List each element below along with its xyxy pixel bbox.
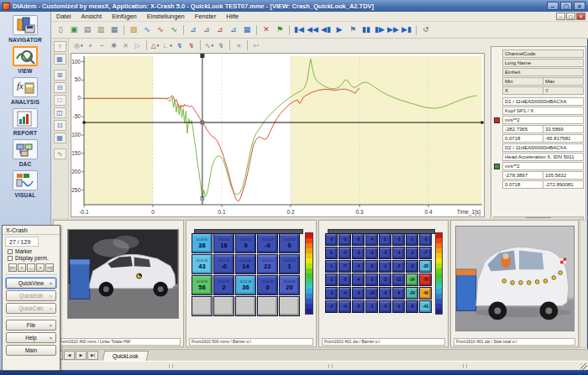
mdi-close-button[interactable]: ✕ xyxy=(576,13,585,20)
zoom-config-icon[interactable]: ✱ xyxy=(109,40,119,50)
fast-forward-icon[interactable]: ▶▶ xyxy=(387,24,399,36)
cursor-crosshair-icon[interactable]: ⊿ xyxy=(201,24,213,36)
matrix-cell: -28 xyxy=(419,260,432,273)
zoom-out-icon[interactable]: − xyxy=(97,40,108,50)
curve-axes-2y-icon[interactable]: ∿ xyxy=(168,24,180,36)
layout-2x2-icon[interactable]: ⊞ xyxy=(54,70,66,81)
new-file-icon[interactable]: ▯ xyxy=(55,24,66,36)
layout-single-icon[interactable]: □ xyxy=(54,95,66,106)
layout-grid-icon[interactable]: ▦ xyxy=(54,133,66,143)
main-button[interactable]: Main xyxy=(6,345,56,356)
cursor-free-icon[interactable]: ⊿ xyxy=(187,24,199,36)
maximize-button[interactable]: ▢ xyxy=(560,2,572,10)
reset-time-icon[interactable]: ↺ xyxy=(420,24,432,36)
flag-set-icon[interactable]: ⚑ xyxy=(274,24,286,36)
layout-mixed-icon[interactable]: ⊡ xyxy=(54,120,66,131)
record-goto-button[interactable]: ... xyxy=(27,263,35,272)
mdi-restore-button[interactable]: ▢ xyxy=(566,13,575,20)
resize-grip[interactable] xyxy=(580,363,587,370)
analysis-mode-icon[interactable]: ∿▾ xyxy=(204,40,214,50)
step-forward-icon[interactable]: ▮▶ xyxy=(374,24,386,36)
record-prev-button[interactable]: < xyxy=(18,263,26,272)
flash-update-y-icon[interactable]: ↯ xyxy=(186,40,197,50)
sidebar-item-report[interactable]: REPORT xyxy=(0,108,50,136)
undo-zoom-icon[interactable]: ↩ xyxy=(251,40,261,50)
caption-field[interactable]: Front1610 401 dw / Barrier o.l xyxy=(322,338,445,346)
close-button[interactable]: ✕ xyxy=(574,2,585,10)
display-perm-checkbox[interactable] xyxy=(8,256,13,261)
quickview-button[interactable]: QuickView> xyxy=(6,278,56,289)
layout-cols-icon[interactable]: ◫ xyxy=(54,107,66,118)
zoom-in-icon[interactable]: + xyxy=(86,40,96,50)
sheet-tab-bar: |◀◀▶▶| QuickLook xyxy=(51,349,588,361)
minimize-button[interactable]: ‒ xyxy=(547,2,559,10)
save-workspace-icon[interactable]: ▤ xyxy=(81,24,93,36)
approximation-icon[interactable]: ≈ xyxy=(234,40,244,50)
channel-table-view-icon[interactable]: ▦ xyxy=(241,24,253,36)
fast-rewind-icon[interactable]: ◀◀ xyxy=(307,24,318,36)
caption-field[interactable]: Front1610 500 mms / Barrier o.l xyxy=(189,338,313,346)
cursor-band-icon[interactable]: ⊿ xyxy=(214,24,226,36)
sidebar-item-view[interactable]: VIEW xyxy=(0,46,50,74)
menu-fenster[interactable]: Fenster xyxy=(190,13,221,20)
channel-grid-icon[interactable]: ▦ xyxy=(54,54,66,65)
curve-axes-xy-icon[interactable]: ∿ xyxy=(155,24,166,36)
open-project-icon[interactable]: ▣ xyxy=(68,24,80,36)
record-last-button[interactable]: >>| xyxy=(45,263,54,272)
crash-photo-front-offset xyxy=(67,229,179,319)
record-first-button[interactable]: |<< xyxy=(8,263,17,272)
axis-style-icon[interactable]: ∟▾ xyxy=(162,40,173,50)
help-button[interactable]: Help> xyxy=(6,332,56,343)
xcrash-panel: X-Crash 27 / 129 Marker Display perm. |<… xyxy=(2,225,60,371)
mdi-minimize-button[interactable]: ‒ xyxy=(556,13,565,20)
tab-next-button[interactable]: ▶ xyxy=(76,351,87,360)
sidebar-item-navigator[interactable]: NAVIGATOR xyxy=(0,15,50,43)
menu-datei[interactable]: Datei xyxy=(51,13,76,20)
chart-area[interactable]: 100500-50-100-150-200-250-0.100.10.20.30… xyxy=(71,53,485,217)
pan-icon[interactable]: ▷ xyxy=(133,40,143,50)
print-icon[interactable]: ▦ xyxy=(108,24,120,36)
flag-jump-icon[interactable]: ⚑ xyxy=(347,24,359,36)
help-icon[interactable]: ? xyxy=(54,41,66,52)
sidebar-item-visual[interactable]: VISUAL xyxy=(0,170,50,198)
right-scroll-strip[interactable] xyxy=(580,220,587,348)
curve-style-icon[interactable]: △▾ xyxy=(150,40,160,50)
acceleration-chart[interactable]: 100500-50-100-150-200-250-0.100.10.20.30… xyxy=(71,54,486,218)
caption-field[interactable]: Front1610 400 mms / Linke Totale HW xyxy=(56,338,181,346)
menu-hilfe[interactable]: Hilfe xyxy=(221,13,244,20)
sidebar-item-analysis[interactable]: fxANALYSIS xyxy=(0,77,50,105)
jump-last-icon[interactable]: ▶▮ xyxy=(401,24,412,36)
sidebar-item-dac[interactable]: DAC xyxy=(0,139,50,167)
menu-einfügen[interactable]: Einfügen xyxy=(107,13,142,20)
matrix-cell: -29 xyxy=(406,287,418,299)
menu-einstellungen[interactable]: Einstellungen xyxy=(142,13,190,20)
tab-last-button[interactable]: ▶| xyxy=(87,351,98,360)
record-next-button[interactable]: > xyxy=(36,263,45,272)
script-stop-icon[interactable]: ✕ xyxy=(260,24,272,36)
page-layout-icon[interactable]: ▥ xyxy=(95,24,107,36)
step-back-icon[interactable]: ◀▮ xyxy=(320,24,332,36)
menu-ansicht[interactable]: Ansicht xyxy=(76,13,108,20)
matrix-cell: 00 50 502 xyxy=(213,275,234,295)
curve-axes-y-icon[interactable]: ∿ xyxy=(141,24,153,36)
channel-table-header-min: Min xyxy=(502,77,543,86)
crash-photo-side-view xyxy=(455,226,575,331)
tab-quicklook[interactable]: QuickLook xyxy=(102,351,149,361)
data-portal-icon[interactable]: ▧ xyxy=(128,24,139,36)
flash-update-x-icon[interactable]: ↯ xyxy=(175,40,185,50)
layout-rows-icon[interactable]: ⊟ xyxy=(54,82,66,93)
caption-field[interactable]: Front1610 401 dw / Side total o.l xyxy=(454,338,575,346)
jump-first-icon[interactable]: ▮◀ xyxy=(293,24,305,36)
tab-prev-button[interactable]: ◀ xyxy=(64,351,75,360)
pause-icon[interactable]: ▮▮ xyxy=(360,24,372,36)
cursor-frame-icon[interactable]: ⊿ xyxy=(228,24,239,36)
report-transfer-icon[interactable]: ↯ xyxy=(216,40,226,50)
curve-list-icon[interactable]: ∿ xyxy=(54,148,66,159)
marker-checkbox[interactable] xyxy=(8,249,13,254)
file-button[interactable]: File> xyxy=(6,320,56,331)
toolbar-separator xyxy=(200,40,201,50)
channel-long-name: Head Acceleration X, IDN 5011 xyxy=(502,153,584,161)
cursor-type-icon[interactable]: ◎▾ xyxy=(73,40,84,50)
play-icon[interactable]: ▶ xyxy=(333,24,345,36)
delete-cursor-icon[interactable]: ✕ xyxy=(121,40,131,50)
